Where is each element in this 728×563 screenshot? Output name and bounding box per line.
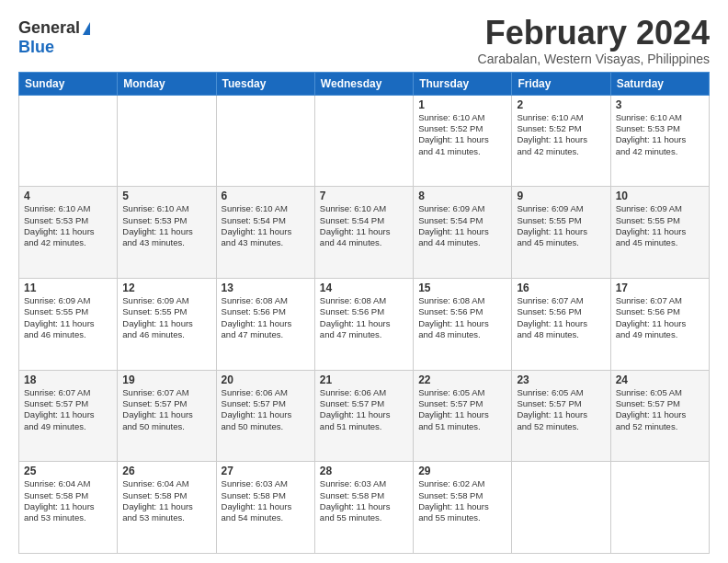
- day-info: Sunrise: 6:08 AMSunset: 5:56 PMDaylight:…: [222, 295, 310, 340]
- day-number: 13: [222, 282, 310, 294]
- day-number: 15: [418, 282, 506, 294]
- day-number: 12: [122, 282, 210, 294]
- calendar-cell: 6Sunrise: 6:10 AMSunset: 5:54 PMDaylight…: [216, 187, 314, 279]
- day-number: 28: [320, 465, 408, 477]
- day-info: Sunrise: 6:10 AMSunset: 5:52 PMDaylight:…: [517, 112, 605, 157]
- calendar-cell: 10Sunrise: 6:09 AMSunset: 5:55 PMDayligh…: [610, 187, 709, 279]
- day-info: Sunrise: 6:07 AMSunset: 5:57 PMDaylight:…: [24, 387, 112, 432]
- day-number: 21: [320, 373, 408, 386]
- calendar-cell: 11Sunrise: 6:09 AMSunset: 5:55 PMDayligh…: [19, 278, 118, 370]
- day-info: Sunrise: 6:07 AMSunset: 5:57 PMDaylight:…: [122, 387, 210, 432]
- calendar-cell: 25Sunrise: 6:04 AMSunset: 5:58 PMDayligh…: [19, 462, 118, 554]
- day-number: 6: [222, 190, 310, 202]
- calendar-cell: [314, 95, 413, 187]
- calendar-cell: 4Sunrise: 6:10 AMSunset: 5:53 PMDaylight…: [19, 187, 118, 279]
- day-info: Sunrise: 6:10 AMSunset: 5:53 PMDaylight:…: [122, 203, 210, 248]
- day-info: Sunrise: 6:08 AMSunset: 5:56 PMDaylight:…: [418, 295, 506, 340]
- col-header-friday: Friday: [512, 72, 610, 95]
- calendar-cell: 14Sunrise: 6:08 AMSunset: 5:56 PMDayligh…: [314, 278, 413, 370]
- day-number: 14: [320, 282, 408, 294]
- calendar-header-row: SundayMondayTuesdayWednesdayThursdayFrid…: [19, 72, 710, 95]
- day-number: 20: [222, 373, 310, 386]
- day-number: 17: [616, 282, 704, 294]
- calendar-cell: 17Sunrise: 6:07 AMSunset: 5:56 PMDayligh…: [610, 278, 709, 370]
- day-info: Sunrise: 6:05 AMSunset: 5:57 PMDaylight:…: [517, 387, 605, 432]
- day-number: 19: [122, 373, 210, 386]
- day-number: 2: [517, 98, 605, 111]
- calendar-week-row: 18Sunrise: 6:07 AMSunset: 5:57 PMDayligh…: [19, 370, 710, 462]
- calendar-cell: 24Sunrise: 6:05 AMSunset: 5:57 PMDayligh…: [610, 370, 709, 462]
- day-info: Sunrise: 6:08 AMSunset: 5:56 PMDaylight:…: [320, 295, 408, 340]
- day-info: Sunrise: 6:09 AMSunset: 5:55 PMDaylight:…: [24, 295, 112, 340]
- page: General Blue February 2024 Carabalan, We…: [0, 0, 728, 563]
- calendar-cell: 1Sunrise: 6:10 AMSunset: 5:52 PMDaylight…: [414, 95, 512, 187]
- day-number: 22: [418, 373, 506, 386]
- logo: General Blue: [18, 18, 90, 57]
- location-subtitle: Carabalan, Western Visayas, Philippines: [478, 52, 710, 66]
- calendar-cell: 23Sunrise: 6:05 AMSunset: 5:57 PMDayligh…: [512, 370, 610, 462]
- day-number: 18: [24, 373, 112, 386]
- calendar-cell: 16Sunrise: 6:07 AMSunset: 5:56 PMDayligh…: [512, 278, 610, 370]
- calendar-cell: 18Sunrise: 6:07 AMSunset: 5:57 PMDayligh…: [19, 370, 118, 462]
- calendar-cell: 3Sunrise: 6:10 AMSunset: 5:53 PMDaylight…: [610, 95, 709, 187]
- day-number: 10: [616, 190, 704, 202]
- calendar-cell: 5Sunrise: 6:10 AMSunset: 5:53 PMDaylight…: [118, 187, 216, 279]
- day-info: Sunrise: 6:04 AMSunset: 5:58 PMDaylight:…: [122, 478, 210, 523]
- day-number: 29: [418, 465, 506, 477]
- calendar-cell: 22Sunrise: 6:05 AMSunset: 5:57 PMDayligh…: [414, 370, 512, 462]
- day-number: 3: [616, 98, 704, 111]
- day-number: 7: [320, 190, 408, 202]
- logo-triangle-icon: [83, 22, 90, 35]
- col-header-tuesday: Tuesday: [216, 72, 314, 95]
- calendar-cell: 26Sunrise: 6:04 AMSunset: 5:58 PMDayligh…: [118, 462, 216, 554]
- col-header-sunday: Sunday: [19, 72, 118, 95]
- day-info: Sunrise: 6:06 AMSunset: 5:57 PMDaylight:…: [320, 387, 408, 432]
- calendar-week-row: 4Sunrise: 6:10 AMSunset: 5:53 PMDaylight…: [19, 187, 710, 279]
- calendar-cell: 9Sunrise: 6:09 AMSunset: 5:55 PMDaylight…: [512, 187, 610, 279]
- logo-general-text: General: [18, 18, 80, 38]
- col-header-wednesday: Wednesday: [314, 72, 413, 95]
- calendar-cell: 7Sunrise: 6:10 AMSunset: 5:54 PMDaylight…: [314, 187, 413, 279]
- calendar-cell: 28Sunrise: 6:03 AMSunset: 5:58 PMDayligh…: [314, 462, 413, 554]
- day-info: Sunrise: 6:09 AMSunset: 5:55 PMDaylight:…: [616, 203, 704, 248]
- day-info: Sunrise: 6:09 AMSunset: 5:54 PMDaylight:…: [418, 203, 506, 248]
- title-section: February 2024 Carabalan, Western Visayas…: [478, 15, 710, 66]
- calendar-cell: 12Sunrise: 6:09 AMSunset: 5:55 PMDayligh…: [118, 278, 216, 370]
- day-info: Sunrise: 6:06 AMSunset: 5:57 PMDaylight:…: [222, 387, 310, 432]
- day-info: Sunrise: 6:05 AMSunset: 5:57 PMDaylight:…: [418, 387, 506, 432]
- logo-blue-text: Blue: [18, 38, 54, 57]
- day-info: Sunrise: 6:10 AMSunset: 5:53 PMDaylight:…: [24, 203, 112, 248]
- calendar-cell: [512, 462, 610, 554]
- day-info: Sunrise: 6:10 AMSunset: 5:53 PMDaylight:…: [616, 112, 704, 157]
- day-number: 4: [24, 190, 112, 202]
- day-info: Sunrise: 6:04 AMSunset: 5:58 PMDaylight:…: [24, 478, 112, 523]
- calendar-week-row: 1Sunrise: 6:10 AMSunset: 5:52 PMDaylight…: [19, 95, 710, 187]
- day-number: 5: [122, 190, 210, 202]
- calendar-week-row: 11Sunrise: 6:09 AMSunset: 5:55 PMDayligh…: [19, 278, 710, 370]
- day-number: 1: [418, 98, 506, 111]
- calendar-cell: 21Sunrise: 6:06 AMSunset: 5:57 PMDayligh…: [314, 370, 413, 462]
- day-number: 11: [24, 282, 112, 294]
- col-header-saturday: Saturday: [610, 72, 709, 95]
- calendar-cell: [19, 95, 118, 187]
- day-number: 9: [517, 190, 605, 202]
- day-number: 27: [222, 465, 310, 477]
- day-info: Sunrise: 6:09 AMSunset: 5:55 PMDaylight:…: [517, 203, 605, 248]
- header: General Blue February 2024 Carabalan, We…: [18, 15, 710, 66]
- day-info: Sunrise: 6:03 AMSunset: 5:58 PMDaylight:…: [222, 478, 310, 523]
- calendar-cell: 19Sunrise: 6:07 AMSunset: 5:57 PMDayligh…: [118, 370, 216, 462]
- calendar-cell: 2Sunrise: 6:10 AMSunset: 5:52 PMDaylight…: [512, 95, 610, 187]
- day-info: Sunrise: 6:02 AMSunset: 5:58 PMDaylight:…: [418, 478, 506, 523]
- col-header-thursday: Thursday: [414, 72, 512, 95]
- calendar-week-row: 25Sunrise: 6:04 AMSunset: 5:58 PMDayligh…: [19, 462, 710, 554]
- day-info: Sunrise: 6:07 AMSunset: 5:56 PMDaylight:…: [616, 295, 704, 340]
- calendar-cell: [118, 95, 216, 187]
- day-number: 23: [517, 373, 605, 386]
- day-number: 25: [24, 465, 112, 477]
- calendar-cell: 8Sunrise: 6:09 AMSunset: 5:54 PMDaylight…: [414, 187, 512, 279]
- calendar-cell: 13Sunrise: 6:08 AMSunset: 5:56 PMDayligh…: [216, 278, 314, 370]
- calendar-cell: [610, 462, 709, 554]
- day-number: 8: [418, 190, 506, 202]
- day-info: Sunrise: 6:10 AMSunset: 5:52 PMDaylight:…: [418, 112, 506, 157]
- day-number: 24: [616, 373, 704, 386]
